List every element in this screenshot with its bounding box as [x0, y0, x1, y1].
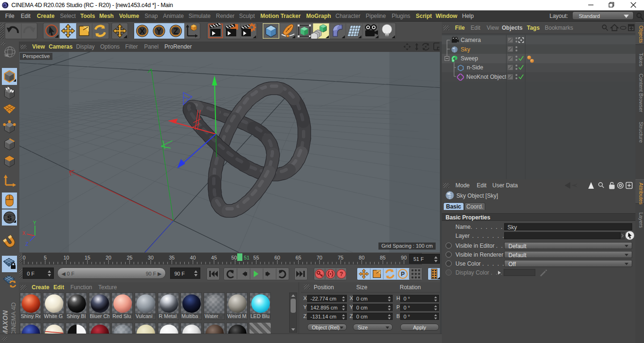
svg-text:5: 5 [44, 255, 47, 260]
svg-text:85: 85 [380, 255, 386, 260]
svg-text:P: P [401, 271, 404, 277]
svg-text:Y: Y [156, 27, 162, 36]
svg-text:45: 45 [211, 255, 217, 260]
svg-text:0: 0 [23, 255, 26, 260]
svg-text:?: ? [340, 271, 343, 277]
svg-text:10: 10 [63, 255, 69, 260]
svg-text:30: 30 [148, 255, 154, 260]
svg-text:X: X [22, 231, 26, 236]
svg-text:35: 35 [169, 255, 174, 260]
svg-text:55: 55 [253, 255, 259, 260]
svg-text:60: 60 [275, 255, 280, 260]
svg-text:Z: Z [173, 27, 178, 36]
svg-text:50: 50 [231, 255, 237, 260]
svg-text:51: 51 [244, 255, 249, 260]
svg-text:80: 80 [359, 255, 364, 260]
svg-text:Z: Z [26, 242, 28, 247]
svg-text:90: 90 [401, 255, 407, 260]
svg-text:15: 15 [85, 255, 90, 260]
svg-text:70: 70 [317, 255, 322, 260]
svg-text:X: X [139, 27, 145, 36]
svg-text:75: 75 [338, 255, 343, 260]
svg-text:65: 65 [295, 255, 301, 260]
svg-text:20: 20 [105, 255, 111, 260]
svg-text:S: S [7, 214, 12, 222]
svg-text:Y: Y [33, 220, 36, 226]
svg-text:25: 25 [127, 255, 132, 260]
svg-text:40: 40 [190, 255, 196, 260]
